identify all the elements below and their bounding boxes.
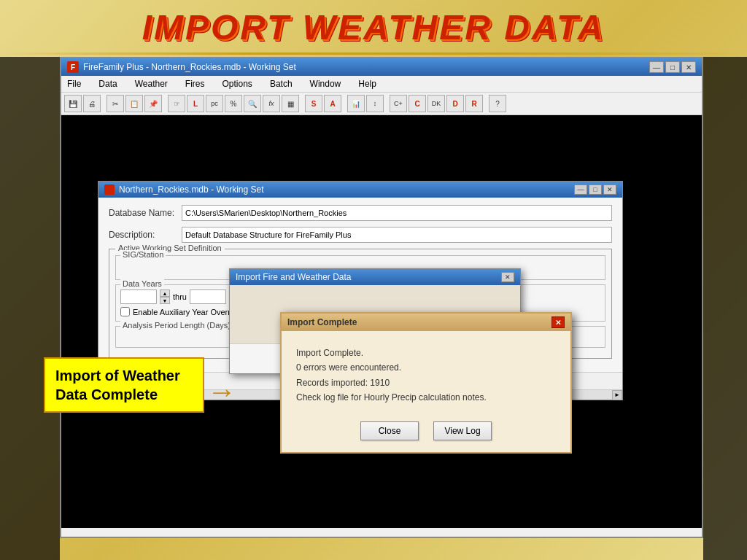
toolbar-magnify[interactable]: 🔍 xyxy=(244,95,261,112)
right-dark-overlay xyxy=(703,57,747,560)
callout-box: Import of Weather Data Complete xyxy=(44,357,204,413)
toolbar-A[interactable]: A xyxy=(324,95,341,112)
toolbar-copy[interactable]: 📋 xyxy=(125,95,143,112)
import-dialog-title: Import Fire and Weather Data xyxy=(236,272,352,282)
left-dark-overlay xyxy=(0,57,60,560)
menu-options[interactable]: Options xyxy=(220,77,255,90)
toolbar-c[interactable]: C xyxy=(409,95,426,112)
menu-bar: File Data Weather Fires Options Batch Wi… xyxy=(61,76,702,93)
ff-app-icon: F xyxy=(67,61,79,73)
spinner-up[interactable]: ▲ xyxy=(160,289,170,297)
ff-titlebar: F FireFamily Plus - Northern_Rockies.mdb… xyxy=(61,58,702,76)
data-years-from[interactable] xyxy=(120,289,157,304)
ic-message-line2: 0 errors were encountered. xyxy=(296,360,556,375)
analysis-period-label: Analysis Period Length (Days) xyxy=(120,321,233,330)
arrow-icon: → xyxy=(207,376,236,408)
toolbar-r[interactable]: R xyxy=(465,95,483,112)
menu-weather[interactable]: Weather xyxy=(132,77,171,90)
data-years-label: Data Years xyxy=(120,279,164,288)
toolbar-fx[interactable]: fx xyxy=(263,95,280,112)
enable-aux-label: Enable Auxiliary Year Override xyxy=(133,308,241,316)
enable-aux-checkbox[interactable] xyxy=(120,307,130,316)
import-dialog-close-btn[interactable]: ✕ xyxy=(501,272,514,282)
ic-titlebar: Import Complete ✕ xyxy=(282,314,570,331)
database-name-label: Database Name: xyxy=(109,208,182,218)
ws-minimize-btn[interactable]: — xyxy=(574,184,587,195)
ic-message-line3: Records imported: 1910 xyxy=(296,376,556,390)
toolbar-stats[interactable]: ↕ xyxy=(366,95,384,112)
toolbar-pointer[interactable]: ☞ xyxy=(168,95,185,112)
toolbar: 💾 🖨 ✂ 📋 📌 ☞ L pc % 🔍 fx ▦ S A 📊 ↕ C+ C D… xyxy=(61,93,702,115)
toolbar-dk[interactable]: DK xyxy=(427,95,445,112)
toolbar-pc[interactable]: pc xyxy=(206,95,223,112)
ic-content: Import Complete. 0 errors were encounter… xyxy=(282,331,570,413)
ff-window-title: FireFamily Plus - Northern_Rockies.mdb -… xyxy=(83,62,296,72)
spinner-down[interactable]: ▼ xyxy=(160,297,170,304)
ic-message-line4: Check log file for Hourly Precip calcula… xyxy=(296,390,556,405)
toolbar-S[interactable]: S xyxy=(305,95,322,112)
ic-close-button[interactable]: Close xyxy=(360,421,419,440)
menu-fires[interactable]: Fires xyxy=(182,77,208,90)
toolbar-save[interactable]: 💾 xyxy=(64,95,82,112)
database-name-input[interactable] xyxy=(182,205,612,221)
description-row: Description: xyxy=(109,227,612,243)
ic-close-icon[interactable]: ✕ xyxy=(551,316,565,328)
description-label: Description: xyxy=(109,230,182,240)
toolbar-L[interactable]: L xyxy=(187,95,204,112)
ic-view-log-button[interactable]: View Log xyxy=(433,421,492,440)
callout-arrow: → xyxy=(207,376,236,408)
ws-maximize-btn[interactable]: □ xyxy=(589,184,602,195)
data-years-to[interactable] xyxy=(190,289,226,304)
ws-titlebar: Northern_Rockies.mdb - Working Set — □ ✕ xyxy=(98,182,622,198)
ws-titlebar-left: Northern_Rockies.mdb - Working Set xyxy=(104,184,264,195)
page-title: IMPORT WEATHER DATA xyxy=(0,0,747,53)
maximize-button[interactable]: □ xyxy=(665,61,680,73)
spinner-arrows: ▲ ▼ xyxy=(160,289,170,304)
close-button[interactable]: ✕ xyxy=(681,61,696,73)
minimize-button[interactable]: — xyxy=(649,61,664,73)
thru-label: thru xyxy=(173,292,187,301)
ws-close-btn[interactable]: ✕ xyxy=(603,184,616,195)
ws-app-icon xyxy=(104,184,115,195)
toolbar-chart[interactable]: 📊 xyxy=(347,95,365,112)
ff-main-window: F FireFamily Plus - Northern_Rockies.mdb… xyxy=(60,57,703,538)
ws-window-title: Northern_Rockies.mdb - Working Set xyxy=(119,184,264,195)
toolbar-help[interactable]: ? xyxy=(489,95,506,112)
import-titlebar: Import Fire and Weather Data ✕ xyxy=(230,269,520,285)
database-name-row: Database Name: xyxy=(109,205,612,221)
toolbar-table[interactable]: ▦ xyxy=(282,95,299,112)
description-input[interactable] xyxy=(182,227,612,243)
toolbar-cplus[interactable]: C+ xyxy=(390,95,407,112)
sig-station-label: SIG/Station xyxy=(120,250,166,259)
toolbar-percent[interactable]: % xyxy=(225,95,242,112)
ws-window-controls: — □ ✕ xyxy=(574,184,616,195)
ic-message-line1: Import Complete. xyxy=(296,346,556,360)
toolbar-d[interactable]: D xyxy=(446,95,464,112)
main-content-area: Northern_Rockies.mdb - Working Set — □ ✕… xyxy=(61,115,702,528)
menu-data[interactable]: Data xyxy=(96,77,120,90)
ff-window-controls: — □ ✕ xyxy=(649,61,696,73)
menu-file[interactable]: File xyxy=(64,77,84,90)
menu-batch[interactable]: Batch xyxy=(267,77,295,90)
menu-help[interactable]: Help xyxy=(355,77,379,90)
app-area: F FireFamily Plus - Northern_Rockies.mdb… xyxy=(60,57,703,538)
toolbar-cut[interactable]: ✂ xyxy=(107,95,124,112)
toolbar-print[interactable]: 🖨 xyxy=(83,95,101,112)
toolbar-paste[interactable]: 📌 xyxy=(144,95,162,112)
menu-window[interactable]: Window xyxy=(307,77,344,90)
ic-title: Import Complete xyxy=(287,317,357,327)
ff-titlebar-left: F FireFamily Plus - Northern_Rockies.mdb… xyxy=(67,61,296,73)
import-complete-dialog: Import Complete ✕ Import Complete. 0 err… xyxy=(280,312,572,454)
callout-text: Import of Weather Data Complete xyxy=(55,368,180,402)
scroll-right[interactable]: ► xyxy=(612,390,622,400)
gold-divider xyxy=(0,52,747,55)
ic-buttons: Close View Log xyxy=(282,413,570,452)
